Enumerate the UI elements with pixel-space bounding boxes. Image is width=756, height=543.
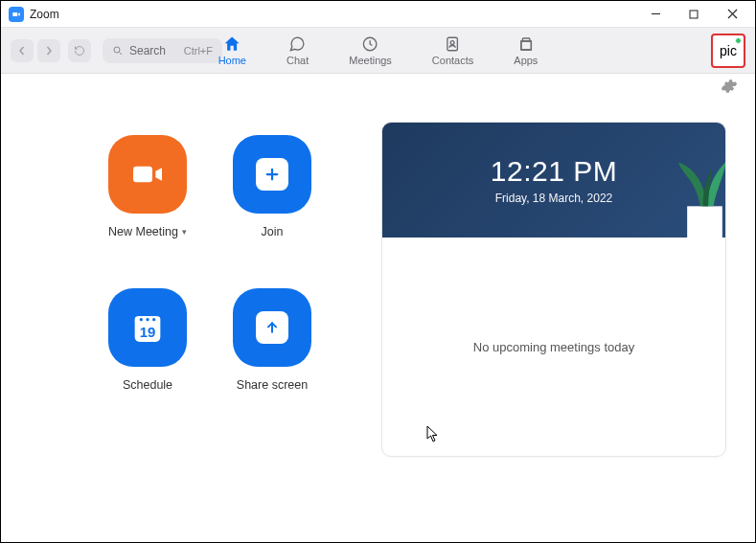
svg-rect-21 [687, 206, 722, 238]
search-shortcut: Ctrl+F [184, 45, 213, 57]
arrow-up-icon [264, 320, 280, 335]
new-meeting-label: New Meeting [108, 225, 178, 238]
tab-home[interactable]: Home [213, 28, 252, 73]
schedule-button[interactable]: 19 [108, 288, 187, 367]
share-screen-button[interactable] [233, 288, 311, 367]
calendar-icon: 19 [128, 308, 167, 347]
svg-rect-2 [690, 11, 698, 18]
zoom-app-icon [9, 7, 24, 22]
main-toolbar: Search Ctrl+F Home Chat Meetings Conta [1, 28, 755, 74]
chat-icon [288, 34, 308, 54]
new-meeting-button[interactable] [108, 135, 187, 214]
svg-text:19: 19 [140, 324, 156, 340]
tab-contacts-label: Contacts [432, 55, 473, 66]
svg-point-17 [146, 318, 149, 321]
window-titlebar: Zoom [1, 1, 755, 28]
window-minimize-button[interactable] [636, 2, 675, 27]
nav-forward-button[interactable] [37, 39, 60, 62]
contacts-icon [444, 34, 463, 54]
settings-button[interactable] [721, 78, 738, 99]
svg-point-16 [140, 318, 143, 321]
svg-line-6 [120, 52, 123, 55]
search-icon [112, 45, 124, 57]
plant-decoration [626, 136, 725, 238]
gear-icon [721, 78, 738, 95]
window-title: Zoom [30, 8, 59, 21]
tab-apps[interactable]: Apps [508, 28, 543, 73]
svg-point-18 [152, 318, 155, 321]
window-maximize-button[interactable] [675, 2, 713, 27]
plus-icon [263, 166, 281, 183]
upcoming-card: 12:21 PM Friday, 18 March, 2022 No upcom… [381, 122, 726, 457]
presence-indicator [735, 37, 742, 44]
profile-avatar-button[interactable]: pic [711, 34, 745, 68]
svg-rect-0 [12, 11, 17, 15]
window-close-button[interactable] [713, 2, 751, 27]
svg-point-9 [451, 41, 455, 45]
svg-rect-11 [133, 167, 152, 183]
tab-chat[interactable]: Chat [281, 28, 314, 73]
share-screen-label: Share screen [237, 378, 308, 392]
join-button[interactable] [233, 135, 311, 214]
clock-icon [361, 34, 380, 54]
profile-label: pic [720, 43, 737, 58]
clock-panel: 12:21 PM Friday, 18 March, 2022 [382, 123, 725, 238]
nav-back-button[interactable] [11, 39, 34, 62]
chevron-down-icon[interactable]: ▾ [182, 227, 187, 237]
current-time: 12:21 PM [491, 155, 617, 188]
home-icon [222, 34, 241, 54]
tab-home-label: Home [218, 55, 246, 66]
video-icon [128, 155, 167, 193]
tab-apps-label: Apps [514, 55, 538, 66]
join-label: Join [262, 225, 284, 238]
main-content: New Meeting ▾ Join 19 Schedule [1, 102, 755, 542]
tab-meetings[interactable]: Meetings [343, 28, 398, 73]
nav-history-button[interactable] [68, 39, 91, 62]
no-meetings-message: No upcoming meetings today [473, 340, 634, 354]
tab-meetings-label: Meetings [349, 55, 392, 66]
schedule-label: Schedule [123, 378, 172, 392]
apps-icon [516, 34, 536, 54]
svg-point-5 [114, 47, 120, 53]
svg-rect-10 [521, 41, 532, 50]
search-input[interactable]: Search Ctrl+F [103, 38, 222, 63]
cursor-icon [426, 425, 440, 442]
tab-chat-label: Chat [286, 55, 309, 66]
search-placeholder: Search [129, 44, 166, 57]
tab-contacts[interactable]: Contacts [426, 28, 479, 73]
current-date: Friday, 18 March, 2022 [495, 192, 613, 205]
